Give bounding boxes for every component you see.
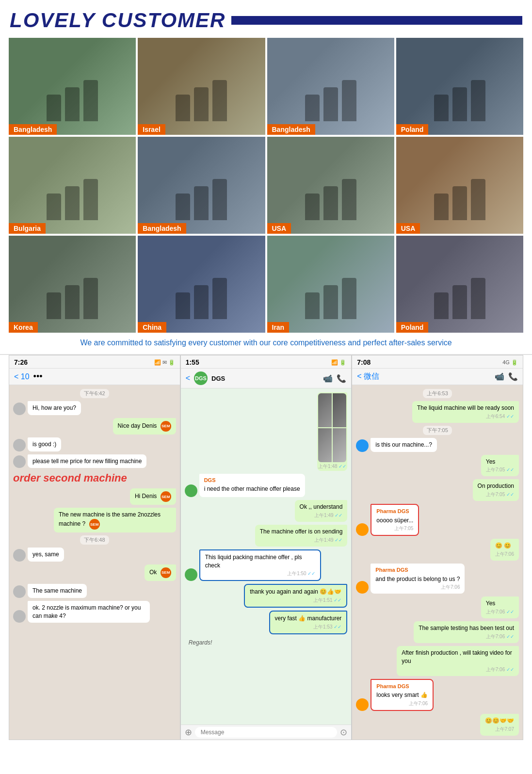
bubble: After finish production , will taking vi… (397, 646, 519, 676)
msg-row: The same machine (13, 584, 176, 598)
msg-row: please tell me price for new filling mac… (13, 454, 176, 468)
sem-logo: SEM (161, 567, 171, 578)
photo-cell: Bangladesh (267, 38, 394, 135)
send-icon[interactable]: ⊙ (340, 727, 347, 738)
bubble: Pharma DGS ooooo süper... 上午7:05 (371, 504, 419, 536)
chat-time: 下午6:48 (80, 535, 109, 545)
chat-input-2[interactable] (195, 727, 338, 738)
bubble-time: 上午7:07 (485, 726, 514, 733)
bubble-time: 上午7:06 ✓✓ (402, 666, 514, 673)
chat-time-1: 下午6:42 (80, 389, 109, 398)
photo-label: USA (267, 223, 291, 234)
phone-screen-3: 7:08 4G 🔋 < 微信 📹 📞 上午6:53 The liquid mac… (352, 355, 523, 740)
chat-body-2: 上午1:48 ✓✓ DGS i need the other machine o… (181, 388, 352, 725)
avatar (356, 523, 369, 536)
bubble: The liquid machine will be ready soon 上午… (412, 401, 519, 423)
bubble: The new machine is the same 2nozzles mac… (54, 508, 176, 532)
sender-name: Pharma DGS (376, 683, 428, 690)
call-icon[interactable]: 📞 (337, 374, 346, 383)
video-icon-3[interactable]: 📹 (495, 372, 504, 381)
chat-image (318, 393, 332, 427)
bubble: Ok SEM (145, 564, 176, 581)
bubble: 😊 😊 上午7:06 (490, 539, 519, 561)
avatar (13, 455, 26, 468)
avatar (13, 610, 26, 623)
chat-header-2: < DGS DGS 📹 📞 (181, 369, 352, 388)
back-button-1[interactable]: < 10 (14, 372, 30, 381)
attach-icon[interactable]: ⊕ (185, 727, 192, 738)
bubble: please tell me price for new filling mac… (28, 454, 146, 468)
photo-cell: Korea (9, 236, 136, 333)
photo-cell: Iran (267, 236, 394, 333)
avatar (13, 403, 26, 415)
sem-logo: SEM (161, 421, 171, 432)
avatar (356, 439, 369, 452)
bubble-time: 上午7:05 ✓✓ (478, 491, 514, 498)
page-title: LOVELY CUSTOMER (10, 9, 226, 32)
photo-cell: Bulgaria (9, 137, 136, 234)
photo-cell: USA (267, 137, 394, 234)
chat-image (333, 393, 346, 427)
bubble: yes, same (28, 548, 64, 562)
photo-label: USA (396, 223, 420, 234)
msg-row: Pharma DGS looks very smart 👍 上午7:06 (356, 679, 519, 711)
contact-name-2: DGS (211, 375, 319, 382)
chat-header-1: < 10 ••• (9, 369, 180, 385)
msg-row: Nice day Denis SEM (13, 418, 176, 435)
chat-time: 下午7:05 (423, 426, 451, 435)
chat-images (318, 393, 346, 462)
bubble-time: 上午7:06 (495, 551, 514, 558)
commitment-text: We are committed to satisfying every cus… (0, 333, 532, 352)
bubble-time: 上午7:06 ✓✓ (486, 609, 514, 615)
msg-row: is this our machine...? (356, 438, 519, 452)
photo-cell: USA (396, 137, 523, 234)
status-bar-1: 7:26 📶 ✉ 🔋 (9, 355, 180, 369)
bubble: Hi Denis SEM (130, 488, 176, 505)
call-icon-3[interactable]: 📞 (508, 372, 518, 381)
chat-header-3: < 微信 📹 📞 (352, 369, 523, 385)
avatar (13, 439, 26, 452)
photo-label: Iran (267, 322, 290, 333)
back-button-3[interactable]: < 微信 (357, 371, 379, 382)
bubble-time: 上午1:49 ✓✓ (260, 537, 343, 544)
status-bar-3: 7:08 4G 🔋 (352, 355, 523, 369)
msg-row: The machine offer is on sending 上午1:49 ✓… (185, 525, 348, 547)
bubble: is good :) (28, 437, 61, 452)
photo-label: Bangladesh (138, 223, 186, 234)
time-3: 7:08 (357, 358, 371, 366)
msg-row: The liquid machine will be ready soon 上午… (356, 401, 519, 423)
msg-row: 😊😊🤝🤝 上午7:07 (356, 714, 519, 736)
bubble-time: 上午1:50 ✓✓ (205, 570, 316, 577)
photo-cell: China (138, 236, 265, 333)
msg-row: Ok ,, understand 上午1:49 ✓✓ (185, 500, 348, 522)
photo-label: Poland (396, 124, 429, 135)
photo-cell: Israel (138, 38, 265, 135)
bubble-time: 上午1:53 ✓✓ (275, 624, 342, 630)
msg-row: Hi Denis SEM (13, 488, 176, 505)
bubble: very fast 👍 manufacturer 上午1:53 ✓✓ (269, 611, 348, 634)
photo-label: China (138, 322, 166, 333)
bubble: DGS i need the other machine offer pleas… (199, 474, 305, 497)
chat-body-3: 上午6:53 The liquid machine will be ready … (352, 385, 523, 740)
video-icon[interactable]: 📹 (323, 374, 333, 383)
phone-screen-1: 7:26 📶 ✉ 🔋 < 10 ••• 下午6:42 Hi, how are y… (9, 355, 180, 740)
photo-cell: Bangladesh (9, 38, 136, 135)
back-button-2[interactable]: < (186, 374, 190, 383)
msg-row: is good :) (13, 437, 176, 452)
msg-row: This liquid packing machine offer , pls … (185, 549, 348, 581)
avatar (13, 549, 26, 562)
msg-row: thank you again and again 😊👍🤝 上午1:51 ✓✓ (185, 584, 348, 608)
photo-label: Bangladesh (267, 124, 315, 135)
photo-label: Bulgaria (9, 223, 46, 234)
bubble-time: 上午7:06 (375, 584, 460, 591)
chat-body-1: 下午6:42 Hi, how are you? Nice day Denis S… (9, 385, 180, 740)
msg-row: very fast 👍 manufacturer 上午1:53 ✓✓ (185, 611, 348, 634)
bubble-time: 上午1:49 ✓✓ (300, 512, 343, 519)
bubble: Pharma DGS and the product is belong to … (371, 564, 465, 594)
bubble-time: 上午7:06 ✓✓ (419, 633, 514, 640)
bubble: Ok ,, understand 上午1:49 ✓✓ (295, 500, 348, 522)
bubble: ok. 2 nozzle is maximum machine? or you … (28, 601, 150, 623)
bubble-time: 上午7:06 (376, 700, 428, 707)
bubble: Yes 上午7:05 ✓✓ (481, 455, 519, 477)
avatar (185, 568, 197, 581)
